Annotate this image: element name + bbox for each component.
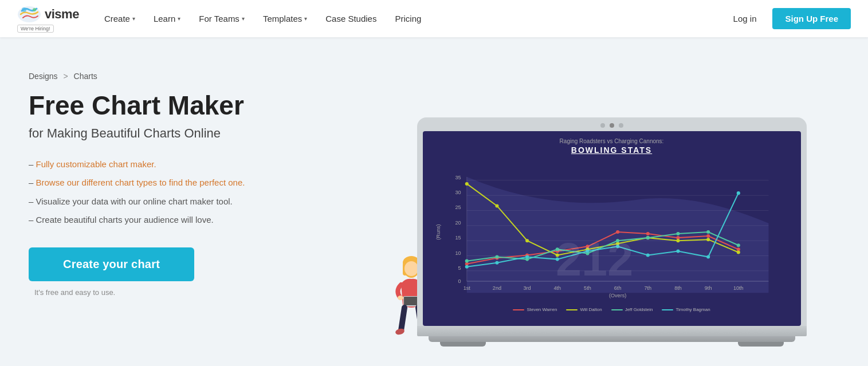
svg-point-50	[706, 234, 710, 238]
legend-color-2	[566, 309, 578, 310]
camera-dot-1	[600, 123, 605, 128]
hero-subtitle: for Making Beautiful Charts Online	[29, 126, 384, 141]
svg-point-73	[495, 261, 498, 265]
svg-text:25: 25	[455, 204, 461, 210]
chart-svg: 35 30 25 20 15 10 5 0 (Runs)	[432, 160, 792, 304]
laptop-camera-bar	[423, 123, 801, 131]
logo-text: visme	[45, 7, 79, 22]
right-section: Raging Roadsters vs Charging Cannons: BO…	[384, 60, 839, 347]
svg-point-9	[398, 296, 403, 300]
logo[interactable]: visme We're Hiring!	[17, 5, 79, 33]
svg-text:35: 35	[455, 175, 461, 180]
nav-right: Log in Sign Up Free	[726, 8, 851, 29]
svg-text:8th: 8th	[674, 285, 682, 291]
chevron-down-icon: ▾	[178, 15, 180, 22]
laptop-foot-right	[738, 342, 784, 347]
svg-text:(Runs): (Runs)	[435, 224, 441, 239]
nav-item-for-teams[interactable]: For Teams ▾	[191, 10, 253, 27]
chart-subtitle: Raging Roadsters vs Charging Cannons:	[432, 138, 792, 144]
svg-point-72	[465, 265, 468, 269]
svg-point-60	[706, 238, 710, 241]
chevron-down-icon: ▾	[304, 15, 307, 22]
legend-item-1: Steven Warren	[513, 307, 557, 312]
svg-point-69	[676, 232, 680, 235]
chevron-down-icon: ▾	[132, 15, 135, 22]
svg-point-6	[404, 261, 418, 276]
svg-text:4th: 4th	[553, 285, 561, 291]
legend-label-4: Timothy Bagman	[675, 307, 710, 312]
svg-point-48	[646, 232, 649, 235]
feature-item-3: – Visualize your data with our online ch…	[29, 195, 384, 208]
breadcrumb: Designs > Charts	[29, 72, 384, 81]
navbar: visme We're Hiring! Create ▾ Learn ▾ For…	[0, 0, 868, 37]
svg-text:9th: 9th	[704, 285, 712, 291]
feature-item-2: – Browse our different chart types to fi…	[29, 176, 384, 190]
nav-item-case-studies[interactable]: Case Studies	[317, 10, 384, 27]
nav-item-create[interactable]: Create ▾	[96, 10, 143, 27]
signup-button[interactable]: Sign Up Free	[772, 8, 851, 29]
legend-item-2: Will Dalton	[566, 307, 602, 312]
svg-point-81	[736, 191, 740, 195]
legend-label-3: Jeff Goldstein	[625, 307, 653, 312]
svg-point-1	[22, 7, 26, 12]
login-button[interactable]: Log in	[726, 10, 764, 27]
svg-point-80	[706, 255, 710, 259]
laptop-base	[417, 326, 807, 336]
svg-point-53	[495, 204, 498, 207]
svg-point-70	[706, 230, 710, 234]
svg-point-54	[525, 239, 529, 242]
legend-item-4: Timothy Bagman	[662, 307, 710, 312]
svg-text:0: 0	[458, 278, 461, 284]
cta-section: Create your chart It's free and easy to …	[29, 247, 384, 297]
breadcrumb-parent[interactable]: Designs	[29, 72, 58, 81]
laptop-container: Raging Roadsters vs Charging Cannons: BO…	[406, 117, 818, 347]
laptop-screen: Raging Roadsters vs Charging Cannons: BO…	[423, 131, 801, 326]
laptop-screen-outer: Raging Roadsters vs Charging Cannons: BO…	[417, 117, 807, 326]
feature-item-1: – Fully customizable chart maker.	[29, 158, 384, 171]
svg-text:(Overs): (Overs)	[608, 293, 626, 298]
nav-links: Create ▾ Learn ▾ For Teams ▾ Templates ▾…	[96, 10, 726, 27]
left-section: Designs > Charts Free Chart Maker for Ma…	[29, 60, 384, 297]
laptop-foot-left	[440, 342, 486, 347]
feature-link-2[interactable]: Browse our different chart types to find…	[36, 178, 245, 187]
svg-point-79	[676, 249, 680, 253]
svg-text:10th: 10th	[733, 285, 743, 291]
chart-title: BOWLING STATS	[432, 145, 792, 155]
svg-point-74	[525, 255, 529, 259]
feature-link-1[interactable]: Fully customizable chart maker.	[36, 159, 156, 169]
visme-logo-icon	[17, 5, 41, 23]
svg-point-71	[736, 243, 740, 247]
svg-point-61	[736, 250, 740, 254]
svg-point-63	[495, 255, 498, 259]
svg-text:1st: 1st	[463, 285, 470, 291]
camera-dot-3	[619, 123, 623, 128]
create-chart-button[interactable]: Create your chart	[29, 247, 194, 281]
svg-point-68	[646, 236, 649, 239]
svg-point-2	[33, 8, 36, 11]
svg-text:5th: 5th	[584, 285, 591, 291]
camera-dot-center	[610, 123, 614, 128]
cta-note: It's free and easy to use.	[34, 288, 115, 297]
nav-item-learn[interactable]: Learn ▾	[146, 10, 188, 27]
legend-item-3: Jeff Goldstein	[611, 307, 653, 312]
feature-item-4: – Create beautiful charts your audience …	[29, 214, 384, 227]
nav-item-templates[interactable]: Templates ▾	[255, 10, 315, 27]
hiring-badge: We're Hiring!	[17, 25, 54, 33]
chart-legend: Steven Warren Will Dalton Jeff Goldstein	[432, 307, 792, 312]
feature-list: – Fully customizable chart maker. – Brow…	[29, 158, 384, 227]
laptop-feet-row	[417, 342, 807, 347]
svg-point-62	[465, 259, 468, 263]
svg-text:6th: 6th	[614, 285, 621, 291]
svg-point-78	[646, 253, 649, 257]
breadcrumb-current: Charts	[74, 72, 97, 81]
svg-point-52	[465, 182, 468, 186]
legend-color-3	[611, 309, 623, 310]
laptop-bottom	[429, 336, 795, 342]
svg-text:3rd: 3rd	[523, 285, 531, 291]
chevron-down-icon: ▾	[242, 15, 245, 22]
chart-area: 35 30 25 20 15 10 5 0 (Runs)	[432, 160, 792, 304]
legend-color-1	[513, 309, 524, 310]
nav-item-pricing[interactable]: Pricing	[387, 10, 429, 27]
laptop: Raging Roadsters vs Charging Cannons: BO…	[417, 117, 807, 347]
legend-label-1: Steven Warren	[527, 307, 557, 312]
